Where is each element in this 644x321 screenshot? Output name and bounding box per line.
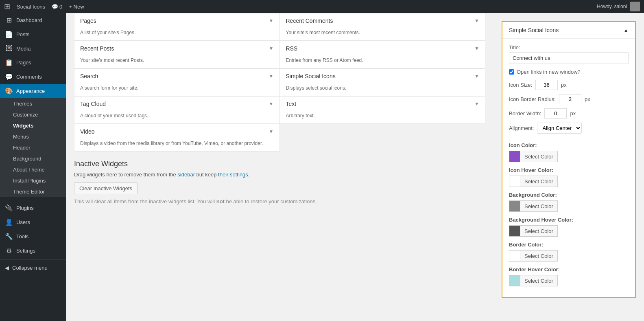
sidebar-link[interactable]: sidebar [177, 171, 195, 178]
icon-hover-color-label: Icon Hover Color: [509, 167, 629, 173]
sidebar-label-appearance: Appearance [16, 88, 45, 94]
their-settings-link[interactable]: their settings [218, 171, 248, 178]
sidebar-item-posts[interactable]: 📄 Posts [0, 27, 66, 42]
title-input[interactable] [509, 52, 629, 64]
clear-inactive-widgets-button[interactable]: Clear Inactive Widgets [74, 182, 138, 194]
sidebar-item-customize[interactable]: Customize [0, 109, 66, 120]
border-hover-color-swatch[interactable] [509, 275, 520, 286]
alignment-select[interactable]: Align Left Align Center Align Right [537, 123, 582, 134]
sidebar-item-users[interactable]: 👤 Users [0, 215, 66, 229]
widget-desc-recent-comments: Your site's most recent comments. [280, 28, 485, 40]
install-plugins-label: Install Plugins [13, 178, 46, 184]
ssi-widget-header[interactable]: Simple Social Icons ▲ [502, 22, 635, 39]
background-hover-color-select-btn[interactable]: Select Color [520, 225, 558, 237]
background-color-swatch[interactable] [509, 200, 520, 212]
collapse-menu-label: Collapse menu [12, 265, 48, 271]
widget-header-simple-social-icons[interactable]: Simple Social Icons ▼ [280, 69, 485, 84]
widget-header-rss[interactable]: RSS ▼ [280, 41, 485, 56]
collapse-arrow-icon: ◀ [5, 265, 9, 271]
border-width-suffix: px [570, 110, 576, 117]
chevron-down-icon: ▼ [269, 73, 274, 79]
icon-hover-color-select-btn[interactable]: Select Color [520, 176, 558, 187]
new-button[interactable]: + New [69, 4, 84, 10]
widget-desc-tag-cloud: A cloud of your most used tags. [74, 111, 279, 123]
background-hover-color-swatch[interactable] [509, 225, 520, 237]
comments-icon: 💬 [5, 73, 13, 81]
sidebar-item-plugins[interactable]: 🔌 Plugins [0, 201, 66, 215]
wp-logo-icon[interactable]: ⊞ [4, 2, 10, 11]
widget-header-search[interactable]: Search ▼ [74, 69, 279, 84]
icon-color-swatch[interactable] [509, 151, 520, 162]
border-hover-color-section: Border Hover Color: Select Color [509, 266, 629, 286]
border-hover-color-select-btn[interactable]: Select Color [520, 275, 558, 286]
widget-panel: Simple Social Icons ▲ Title: Open links … [493, 13, 644, 321]
sidebar-item-menus[interactable]: Menus [0, 131, 66, 142]
icon-hover-color-swatch[interactable] [509, 176, 520, 187]
sidebar-item-tools[interactable]: 🔧 Tools [0, 229, 66, 244]
title-label: Title: [509, 44, 629, 51]
border-width-label: Border Width: [509, 110, 541, 117]
border-color-select-btn[interactable]: Select Color [520, 250, 558, 262]
background-color-select-btn[interactable]: Select Color [520, 200, 558, 212]
icon-hover-color-section: Icon Hover Color: Select Color [509, 167, 629, 187]
border-hover-color-btn-row: Select Color [509, 275, 629, 286]
collapse-menu-button[interactable]: ◀ Collapse menu [0, 262, 66, 274]
icon-size-input[interactable] [535, 80, 558, 90]
admin-bar: ⊞ Social Icons 💬 0 + New Howdy, saloni [0, 0, 644, 13]
customize-label: Customize [13, 112, 38, 118]
background-color-label: Background Color: [509, 192, 629, 198]
border-width-input[interactable] [544, 108, 567, 119]
widget-item-pages: Pages ▼ A list of your site's Pages. [74, 13, 280, 41]
sidebar-item-appearance[interactable]: 🎨 Appearance [0, 84, 66, 98]
appearance-icon: 🎨 [5, 87, 13, 95]
widget-header-video[interactable]: Video ▼ [74, 124, 279, 139]
sidebar-item-settings[interactable]: ⚙ Settings [0, 244, 66, 258]
icon-hover-color-btn-row: Select Color [509, 176, 629, 187]
chevron-down-icon: ▼ [474, 101, 479, 107]
background-color-btn-row: Select Color [509, 200, 629, 212]
icon-border-radius-input[interactable] [559, 94, 581, 104]
comment-count: 0 [59, 4, 62, 10]
sidebar-item-install-plugins[interactable]: Install Plugins [0, 175, 66, 186]
sidebar-item-background[interactable]: Background [0, 153, 66, 164]
open-links-checkbox[interactable] [509, 69, 514, 75]
widget-header-pages[interactable]: Pages ▼ [74, 13, 279, 28]
background-label: Background [13, 156, 41, 162]
chevron-down-icon: ▼ [474, 46, 479, 51]
ssi-widget-title: Simple Social Icons [509, 27, 559, 33]
widget-desc-text: Arbitrary text. [280, 111, 485, 123]
sidebar-item-comments[interactable]: 💬 Comments [0, 70, 66, 84]
icon-border-radius-label: Icon Border Radius: [509, 96, 556, 102]
background-hover-color-section: Background Hover Color: Select Color [509, 217, 629, 237]
open-links-row: Open links in new window? [509, 69, 629, 75]
site-name-link[interactable]: Social Icons [17, 4, 45, 10]
widget-title-recent-posts: Recent Posts [80, 45, 114, 52]
widget-header-recent-comments[interactable]: Recent Comments ▼ [280, 13, 485, 28]
sidebar-item-themes[interactable]: Themes [0, 98, 66, 109]
icon-color-select-btn[interactable]: Select Color [520, 151, 558, 162]
sidebar-item-about-theme[interactable]: About Theme [0, 164, 66, 175]
sidebar-label-plugins: Plugins [16, 205, 34, 211]
widget-title-recent-comments: Recent Comments [286, 18, 333, 24]
sidebar-item-header[interactable]: Header [0, 142, 66, 153]
widget-desc-pages: A list of your site's Pages. [74, 28, 279, 40]
sidebar-item-media[interactable]: 🖼 Media [0, 42, 66, 55]
widget-header-recent-posts[interactable]: Recent Posts ▼ [74, 41, 279, 56]
collapse-icon: ▲ [623, 27, 629, 33]
widget-header-tag-cloud[interactable]: Tag Cloud ▼ [74, 97, 279, 111]
sidebar-item-dashboard[interactable]: ⊞ Dashboard [0, 13, 66, 27]
themes-label: Themes [13, 101, 32, 107]
background-color-section: Background Color: Select Color [509, 192, 629, 212]
widget-desc-rss: Entries from any RSS or Atom feed. [280, 56, 485, 68]
border-color-swatch[interactable] [509, 250, 520, 262]
widget-header-text[interactable]: Text ▼ [280, 97, 485, 111]
about-theme-label: About Theme [13, 167, 45, 173]
sidebar-item-widgets[interactable]: Widgets [0, 120, 66, 131]
icon-size-suffix: px [561, 82, 567, 88]
widget-item-recent-posts: Recent Posts ▼ Your site's most recent P… [74, 41, 280, 68]
widget-title-tag-cloud: Tag Cloud [80, 101, 106, 107]
comments-link[interactable]: 💬 0 [52, 4, 62, 10]
media-icon: 🖼 [5, 45, 13, 52]
sidebar-item-pages[interactable]: 📋 Pages [0, 55, 66, 70]
sidebar-item-theme-editor[interactable]: Theme Editor [0, 186, 66, 197]
